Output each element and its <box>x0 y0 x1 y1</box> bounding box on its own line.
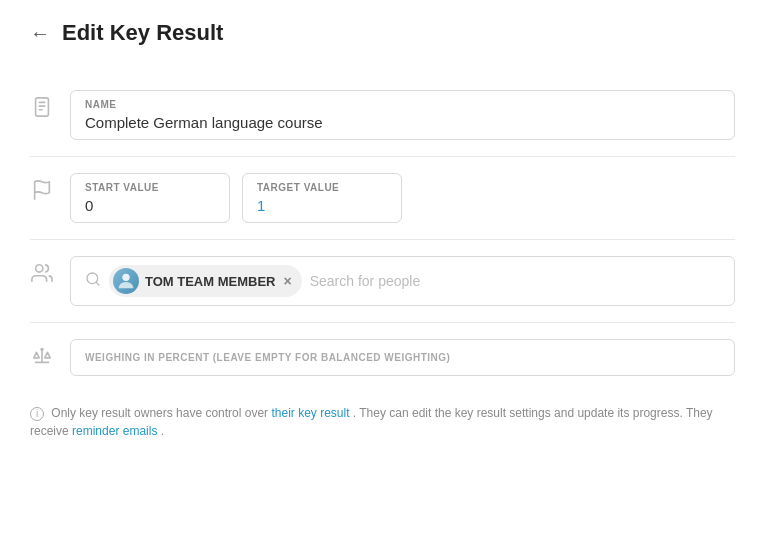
search-placeholder: Search for people <box>310 273 421 289</box>
name-field-content: NAME Complete German language course <box>70 90 735 140</box>
target-value-box[interactable]: TARGET VALUE 1 <box>242 173 402 223</box>
people-content: TOM TEAM MEMBER × Search for people <box>70 256 735 306</box>
tag-remove-button[interactable]: × <box>283 273 291 289</box>
target-value: 1 <box>257 197 387 214</box>
start-value-label: START VALUE <box>85 182 215 193</box>
values-content: START VALUE 0 TARGET VALUE 1 <box>70 173 735 223</box>
tag-name: TOM TEAM MEMBER <box>145 274 275 289</box>
svg-point-5 <box>36 265 43 272</box>
svg-rect-0 <box>36 98 49 116</box>
people-search-box[interactable]: TOM TEAM MEMBER × Search for people <box>70 256 735 306</box>
page-header: ← Edit Key Result <box>30 20 735 46</box>
info-prefix: Only key result owners have control over <box>51 406 271 420</box>
info-text: i Only key result owners have control ov… <box>30 404 735 450</box>
start-value-box[interactable]: START VALUE 0 <box>70 173 230 223</box>
flag-icon <box>30 179 54 201</box>
info-link-reminder[interactable]: reminder emails <box>72 424 157 438</box>
start-value: 0 <box>85 197 215 214</box>
name-section: NAME Complete German language course <box>30 74 735 157</box>
tag-avatar <box>113 268 139 294</box>
info-icon: i <box>30 407 44 421</box>
svg-point-8 <box>122 274 129 281</box>
info-suffix: . <box>161 424 164 438</box>
search-icon <box>85 271 101 291</box>
people-icon <box>30 262 54 284</box>
values-section: START VALUE 0 TARGET VALUE 1 <box>30 157 735 240</box>
target-value-label: TARGET VALUE <box>257 182 387 193</box>
values-group: START VALUE 0 TARGET VALUE 1 <box>70 173 735 223</box>
page-title: Edit Key Result <box>62 20 223 46</box>
name-field-box[interactable]: NAME Complete German language course <box>70 90 735 140</box>
weighing-box[interactable]: WEIGHING IN PERCENT (LEAVE EMPTY FOR BAL… <box>70 339 735 376</box>
info-link-key-result[interactable]: their key result <box>271 406 349 420</box>
back-button[interactable]: ← <box>30 23 50 43</box>
weighing-content: WEIGHING IN PERCENT (LEAVE EMPTY FOR BAL… <box>70 339 735 376</box>
weighing-label: WEIGHING IN PERCENT (LEAVE EMPTY FOR BAL… <box>85 352 720 363</box>
doc-icon <box>30 96 54 118</box>
name-label: NAME <box>85 99 720 110</box>
people-section: TOM TEAM MEMBER × Search for people <box>30 240 735 323</box>
balance-icon <box>30 345 54 367</box>
weighing-section: WEIGHING IN PERCENT (LEAVE EMPTY FOR BAL… <box>30 323 735 392</box>
person-tag: TOM TEAM MEMBER × <box>109 265 302 297</box>
name-value: Complete German language course <box>85 114 720 131</box>
svg-line-7 <box>96 282 99 285</box>
